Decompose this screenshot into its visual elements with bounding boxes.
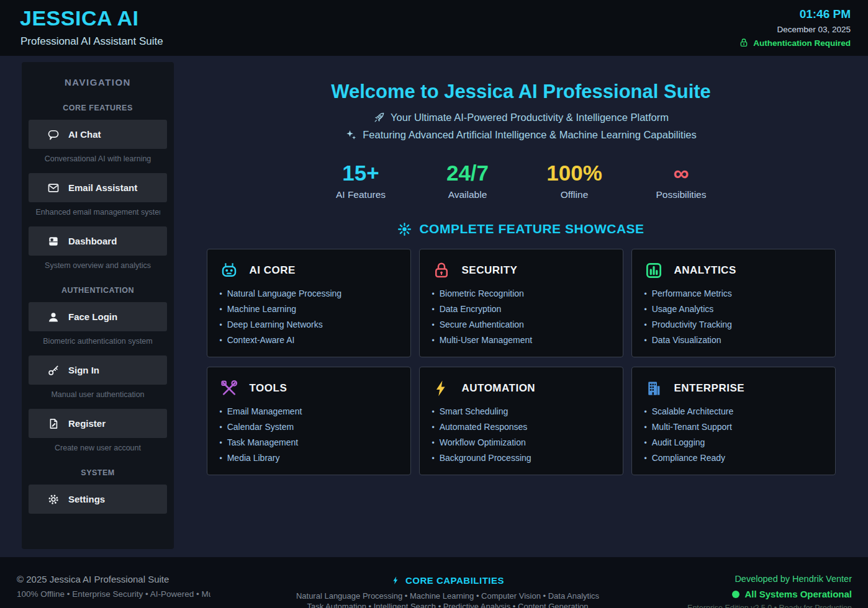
card-feature-list: •Natural Language Processing•Machine Lea…: [220, 288, 398, 345]
bullet-icon: •: [220, 321, 222, 329]
card-feature-item: •Machine Learning: [220, 304, 398, 314]
card-title: AUTOMATION: [462, 382, 536, 395]
stat-possibilities: ∞Possibilities: [640, 159, 722, 200]
sidebar-item-desc: Biometric authentication system: [36, 337, 160, 346]
sparkles-icon: [345, 129, 357, 141]
sidebar-item-dashboard[interactable]: Dashboard: [29, 226, 167, 256]
card-feature-list: •Biometric Recognition•Data Encryption•S…: [432, 288, 610, 345]
main-content: Welcome to Jessica AI Professional Suite…: [174, 56, 868, 475]
card-feature-item: •Data Encryption: [432, 304, 610, 314]
bullet-icon: •: [644, 321, 647, 329]
bullet-icon: •: [644, 305, 647, 314]
developer-credit: Developed by Hendrik Venter: [687, 574, 852, 584]
card-feature-item: •Deep Learning Networks: [220, 320, 398, 329]
dashboard-icon: [47, 235, 60, 248]
stat-ai-features: 15+AI Features: [320, 159, 402, 200]
gear-icon: [47, 493, 60, 506]
stat-label: Available: [427, 189, 509, 200]
sidebar-item-desc: System overview and analytics: [36, 261, 160, 270]
stat-value: 24/7: [427, 159, 509, 187]
sidebar-item-label: Sign In: [68, 365, 99, 375]
auth-status-label: Authentication Required: [753, 38, 851, 48]
bullet-icon: •: [432, 290, 435, 298]
bullet-icon: •: [220, 454, 222, 463]
bullet-icon: •: [220, 336, 222, 345]
card-feature-item: •Task Management: [220, 437, 398, 447]
bullet-icon: •: [220, 408, 222, 416]
sidebar-item-desc: Enhanced email management system: [36, 208, 160, 217]
bullet-icon: •: [220, 423, 222, 432]
feature-card-automation: AUTOMATION•Smart Scheduling•Automated Re…: [419, 367, 623, 475]
footer: © 2025 Jessica AI Professional Suite 100…: [0, 557, 868, 608]
card-header: SECURITY: [432, 259, 610, 282]
stat-label: AI Features: [320, 189, 402, 200]
card-header: TOOLS: [220, 377, 398, 400]
capabilities-title: CORE CAPABILITIES: [168, 575, 727, 586]
sidebar-item-email-assistant[interactable]: Email Assistant: [29, 173, 167, 202]
lock-icon: [739, 38, 749, 48]
sidebar-item-label: Register: [68, 418, 106, 429]
sidebar-item-desc: Conversational AI with learning: [36, 154, 160, 163]
sidebar-item-face-login[interactable]: Face Login: [29, 302, 167, 331]
building-icon: [644, 379, 663, 398]
bullet-icon: •: [644, 439, 647, 447]
card-feature-list: •Smart Scheduling•Automated Responses•Wo…: [432, 406, 610, 463]
bullet-icon: •: [432, 321, 435, 329]
lightning-icon: [432, 379, 451, 398]
card-header: AUTOMATION: [432, 377, 610, 400]
stat-label: Offline: [533, 189, 615, 200]
card-title: AI CORE: [250, 264, 296, 277]
face-icon: [47, 311, 60, 323]
bullet-icon: •: [432, 439, 435, 447]
bullet-icon: •: [644, 454, 647, 463]
sidebar-item-desc: Manual user authentication: [36, 390, 160, 399]
system-status-text: All Systems Operational: [744, 589, 852, 599]
app-title: JESSICA AI: [20, 6, 138, 30]
card-feature-item: •Scalable Architecture: [644, 406, 823, 416]
bullet-icon: •: [644, 290, 647, 298]
card-feature-list: •Email Management•Calendar System•Task M…: [220, 406, 398, 463]
card-feature-item: •Background Processing: [432, 453, 610, 463]
app-window: JESSICA AI Professional AI Assistant Sui…: [0, 0, 868, 608]
sidebar-item-sign-in[interactable]: Sign In: [29, 355, 167, 385]
capabilities-line-2: Task Automation • Intelligent Search • P…: [168, 602, 727, 608]
card-feature-item: •Smart Scheduling: [432, 406, 610, 416]
card-title: ENTERPRISE: [674, 382, 745, 395]
sidebar-item-ai-chat[interactable]: AI Chat: [29, 120, 167, 149]
feature-card-tools: TOOLS•Email Management•Calendar System•T…: [207, 367, 411, 475]
sidebar-section-label-core-features: CORE FEATURES: [22, 104, 174, 112]
feature-card-security: SECURITY•Biometric Recognition•Data Encr…: [419, 249, 623, 357]
status-dot-icon: [732, 591, 739, 598]
sidebar-item-settings[interactable]: Settings: [29, 485, 167, 514]
stat-value: 100%: [533, 159, 615, 187]
tagline-1: Your Ultimate AI-Powered Productivity & …: [174, 112, 868, 123]
feature-card-enterprise: ENTERPRISE•Scalable Architecture•Multi-T…: [631, 367, 836, 475]
card-feature-item: •Usage Analytics: [644, 304, 823, 314]
card-title: SECURITY: [462, 264, 518, 277]
bullet-icon: •: [644, 336, 647, 345]
bullet-icon: •: [220, 290, 222, 298]
capabilities-line-1: Natural Language Processing • Machine Le…: [168, 591, 727, 601]
bullet-icon: •: [432, 336, 435, 345]
sidebar-item-register[interactable]: Register: [29, 409, 167, 438]
bullet-icon: •: [644, 423, 647, 432]
card-feature-item: •Productivity Tracking: [644, 320, 823, 329]
card-feature-item: •Audit Logging: [644, 437, 823, 447]
bolt-icon: [391, 576, 400, 585]
tagline-2: Featuring Advanced Artificial Intelligen…: [174, 129, 868, 141]
card-header: AI CORE: [220, 259, 398, 282]
bullet-icon: •: [220, 439, 222, 447]
card-feature-item: •Compliance Ready: [644, 453, 823, 463]
footer-center: CORE CAPABILITIES Natural Language Proce…: [168, 575, 727, 608]
system-status: All Systems Operational: [687, 589, 852, 599]
card-header: ENTERPRISE: [644, 377, 823, 400]
card-title: TOOLS: [250, 382, 287, 395]
card-feature-item: •Data Visualization: [644, 335, 823, 345]
auth-status-badge: Authentication Required: [739, 38, 851, 48]
sidebar-item-label: Face Login: [68, 311, 117, 322]
register-icon: [47, 418, 60, 430]
sidebar-item-label: Dashboard: [68, 236, 117, 246]
bullet-icon: •: [432, 408, 435, 416]
sidebar-section-label-system: SYSTEM: [22, 468, 174, 477]
rocket-icon: [373, 112, 385, 123]
